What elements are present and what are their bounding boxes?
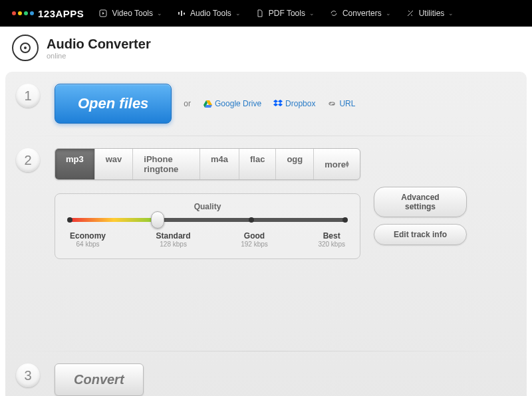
tools-icon <box>406 9 415 18</box>
format-tab-ogg[interactable]: ogg <box>276 149 314 179</box>
google-drive-icon <box>203 99 212 108</box>
page-header: Audio Converter online <box>0 27 532 66</box>
equalizer-icon <box>177 9 186 18</box>
step-1: 1 Open files or Google Drive Dropbox URL <box>5 72 527 136</box>
chevron-down-icon: ⌄ <box>235 10 241 17</box>
convert-button[interactable]: Convert <box>55 363 144 396</box>
step-number-1: 1 <box>16 84 40 108</box>
quality-label-standard: Standard128 kbps <box>156 231 191 248</box>
svg-rect-2 <box>181 11 182 16</box>
link-icon <box>327 99 336 108</box>
format-tab-more[interactable]: more ▴▾ <box>314 149 360 179</box>
open-files-button[interactable]: Open files <box>55 84 172 124</box>
refresh-icon <box>329 9 338 18</box>
step-number-2: 2 <box>16 148 40 172</box>
advanced-settings-button[interactable]: Advanced settings <box>374 187 467 217</box>
dropbox-icon <box>273 99 283 108</box>
chevron-down-icon: ⌄ <box>309 10 315 17</box>
format-tab-flac[interactable]: flac <box>239 149 276 179</box>
chevron-down-icon: ⌄ <box>448 10 454 17</box>
svg-rect-1 <box>178 12 180 15</box>
slider-fill <box>70 218 158 222</box>
quality-label-best: Best320 kbps <box>318 231 345 248</box>
page-subtitle: online <box>47 52 151 60</box>
play-icon <box>98 9 108 18</box>
or-text: or <box>184 99 191 108</box>
step-3: 3 Convert <box>5 351 527 396</box>
source-dropbox[interactable]: Dropbox <box>273 99 315 108</box>
edit-track-info-button[interactable]: Edit track info <box>374 224 467 245</box>
document-icon <box>255 9 265 18</box>
nav-utilities[interactable]: Utilities⌄ <box>406 9 454 18</box>
source-url[interactable]: URL <box>327 99 355 108</box>
format-tab-iphone[interactable]: iPhone ringtone <box>133 149 200 179</box>
top-nav: 123APPS Video Tools⌄ Audio Tools⌄ PDF To… <box>0 0 532 27</box>
slider-stop <box>67 217 72 223</box>
main-panel: 1 Open files or Google Drive Dropbox URL… <box>5 72 527 396</box>
nav-pdf-tools[interactable]: PDF Tools⌄ <box>255 9 315 18</box>
page-title: Audio Converter <box>47 37 151 52</box>
quality-label-good: Good192 kbps <box>241 231 268 248</box>
format-tab-mp3[interactable]: mp3 <box>55 149 95 179</box>
quality-label-economy: Economy64 kbps <box>70 231 106 248</box>
format-tab-m4a[interactable]: m4a <box>200 149 239 179</box>
quality-panel: Quality Economy64 kbps Standard128 kbps … <box>55 193 360 259</box>
step-2: 2 mp3 wav iPhone ringtone m4a flac ogg m… <box>5 136 527 271</box>
quality-labels: Economy64 kbps Standard128 kbps Good192 … <box>70 231 345 248</box>
nav-converters[interactable]: Converters⌄ <box>329 9 391 18</box>
chevron-down-icon: ⌄ <box>157 10 162 17</box>
logo-dots <box>12 11 34 15</box>
slider-stop <box>342 217 348 223</box>
source-google-drive[interactable]: Google Drive <box>203 99 261 108</box>
brand-name: 123APPS <box>38 8 84 19</box>
step-number-3: 3 <box>16 363 40 387</box>
quality-slider[interactable] <box>70 218 345 222</box>
svg-rect-3 <box>184 13 185 15</box>
quality-title: Quality <box>70 202 345 211</box>
chevron-down-icon: ⌄ <box>386 10 391 17</box>
slider-handle[interactable] <box>151 211 164 229</box>
updown-icon: ▴▾ <box>346 161 349 168</box>
format-tab-wav[interactable]: wav <box>95 149 134 179</box>
spacer <box>5 271 527 351</box>
vinyl-icon <box>12 35 39 61</box>
nav-audio-tools[interactable]: Audio Tools⌄ <box>177 9 241 18</box>
nav-video-tools[interactable]: Video Tools⌄ <box>98 9 162 18</box>
brand-logo[interactable]: 123APPS <box>12 8 84 19</box>
slider-stop <box>249 217 254 223</box>
format-tabs: mp3 wav iPhone ringtone m4a flac ogg mor… <box>55 148 360 180</box>
